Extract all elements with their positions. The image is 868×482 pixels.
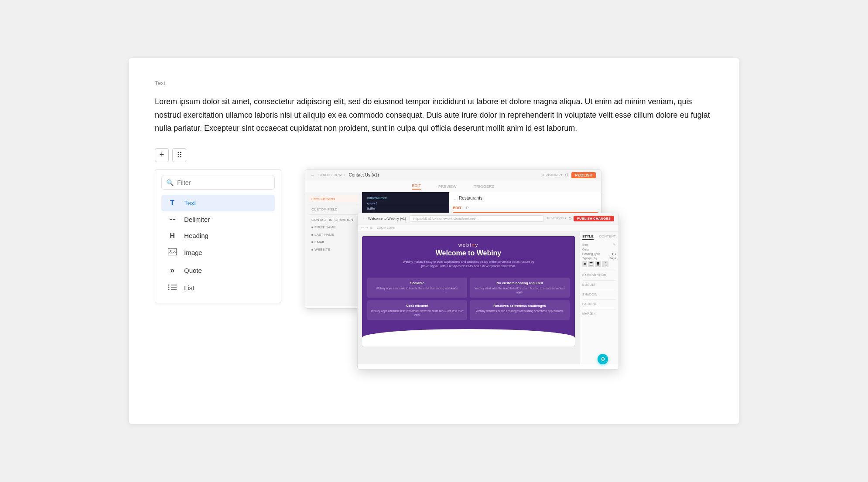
align-left[interactable]: ≡ xyxy=(582,261,587,267)
settings-icon: ⚙ xyxy=(565,173,569,177)
align-justify[interactable]: ⋮ xyxy=(602,261,608,267)
panel-heading-type-row: Heading Type H1 xyxy=(582,252,616,255)
align-right[interactable]: ≣ xyxy=(595,261,601,267)
ss-back-sidebar: Form Elements CUSTOM FIELD CONTACT INFOR… xyxy=(305,192,362,306)
back-arrow-restaurants: ← xyxy=(453,197,456,201)
menu-item-heading-label: Heading xyxy=(184,232,208,239)
sidebar-email[interactable]: ■ EMAIL xyxy=(309,239,358,245)
sidebar-custom-field[interactable]: CUSTOM FIELD xyxy=(309,206,358,213)
panel-margin-label: Margin xyxy=(582,312,616,315)
code-row-2: query { xyxy=(366,201,446,206)
tab-edit[interactable]: EDIT xyxy=(412,183,421,190)
restaurants-title: Restaurants xyxy=(459,196,482,200)
toolbar-undo[interactable]: ↩ xyxy=(361,226,364,230)
webiny-card-serverless-title: Resolves serverless challenges xyxy=(473,304,566,308)
panel-typography-row: Typography Sans xyxy=(582,257,616,260)
ss-front-url: https://d1a1foxframework.cloudfront.net/… xyxy=(410,215,544,222)
webiny-card-cost: Cost efficient Webiny apps consume less … xyxy=(367,300,467,320)
sidebar-form-elements[interactable]: Form Elements xyxy=(309,196,358,202)
edit-tab[interactable]: EDIT xyxy=(453,206,462,210)
list-icon xyxy=(167,284,178,292)
sidebar-contact-info[interactable]: CONTACT INFORMATION xyxy=(309,217,358,223)
ss-front-revisions: REVISIONS ▾ xyxy=(547,217,567,220)
ss-front-title: Welcome to Webiny (v1) xyxy=(368,217,406,221)
body-text: Lorem ipsum dolor sit amet, consectetur … xyxy=(155,95,713,135)
menu-item-text-label: Text xyxy=(184,199,196,207)
panel-color-label: Color xyxy=(582,248,589,251)
menu-item-image[interactable]: Image xyxy=(161,244,275,261)
filter-input[interactable] xyxy=(177,179,270,186)
add-icon: + xyxy=(160,150,164,160)
webiny-card-hosting: No custom hosting required Webiny elimin… xyxy=(470,278,570,298)
search-row[interactable]: 🔍 xyxy=(161,176,275,190)
preview-tab-right[interactable]: P xyxy=(466,206,469,210)
ss-front-settings: ⚙ xyxy=(568,216,572,221)
sidebar-first-name[interactable]: ■ FIRST NAME xyxy=(309,224,358,231)
add-block-button[interactable]: + xyxy=(155,148,169,162)
revisions-label: REVISIONS ▾ xyxy=(541,173,563,177)
ss-back-title: Contact Us (v1) xyxy=(349,173,379,177)
toolbar-zoom: ZOOM 100% xyxy=(377,226,395,229)
menu-item-list[interactable]: List xyxy=(161,279,275,297)
sidebar-last-name[interactable]: ■ LAST NAME xyxy=(309,231,358,238)
webiny-logo: webiny xyxy=(371,242,566,248)
panel-size-label: Size xyxy=(582,243,588,246)
drag-handle-button[interactable]: ⠿ xyxy=(172,148,186,162)
panel-typography-label: Typography xyxy=(582,257,597,260)
panel-shadow-section: Shadow xyxy=(582,293,616,296)
ss-front-header: ← Welcome to Webiny (v1) https://d1a1fox… xyxy=(358,213,619,224)
panel-border-section: Border xyxy=(582,283,616,286)
webiny-grid: Scalable Webiny apps can scale to handle… xyxy=(362,278,575,326)
tab-triggers[interactable]: TRIGGERS xyxy=(474,184,495,189)
panel-size-row: Size ✎ xyxy=(582,243,616,247)
screenshot-front: ← Welcome to Webiny (v1) https://d1a1fox… xyxy=(357,213,619,370)
menu-item-text[interactable]: T Text xyxy=(161,195,275,211)
menu-item-heading[interactable]: H Heading xyxy=(161,227,275,244)
svg-rect-0 xyxy=(168,248,177,255)
panel-heading-type-label: Heading Type xyxy=(582,252,600,255)
publish-badge[interactable]: PUBLISH xyxy=(571,172,596,178)
edit-icon[interactable]: ✎ xyxy=(613,243,616,247)
panel-bg-label: Background xyxy=(582,274,616,277)
webiny-preview: webiny Welcome to Webiny Webiny makes it… xyxy=(362,236,575,346)
ss-front-publish[interactable]: PUBLISH CHANGES xyxy=(574,216,614,221)
toolbar-redo[interactable]: ↪ xyxy=(366,226,368,230)
panel-padding-label: Padding xyxy=(582,302,616,305)
panel-color-row: Color xyxy=(582,248,616,251)
panel-divider-4 xyxy=(582,299,616,300)
webiny-card-hosting-text: Webiny eliminates the need to build cust… xyxy=(473,286,566,294)
content-tab[interactable]: CONTENT xyxy=(599,234,616,240)
fab-button[interactable]: ⊕ xyxy=(598,354,608,364)
panel-heading-type-value: H1 xyxy=(612,252,616,255)
menu-item-list-label: List xyxy=(184,284,194,292)
ss-back-status: STATUS: DRAFT xyxy=(318,173,345,177)
toolbar-grid[interactable]: ⊞ xyxy=(370,226,372,230)
image-icon xyxy=(167,248,178,257)
panel-divider-1 xyxy=(582,271,616,271)
align-center[interactable]: ☰ xyxy=(588,261,594,267)
heading-icon: H xyxy=(167,232,178,240)
sidebar-website[interactable]: ■ WEBSITE xyxy=(309,246,358,253)
webiny-card-scalable-text: Webiny apps can scale to handle the most… xyxy=(371,286,464,290)
ss-front-canvas[interactable]: webiny Welcome to Webiny Webiny makes it… xyxy=(358,232,579,364)
filter-panel: 🔍 T Text – – Delimiter H Heading Image xyxy=(155,169,281,303)
webiny-header: webiny Welcome to Webiny Webiny makes it… xyxy=(362,236,575,278)
tab-preview[interactable]: PREVIEW xyxy=(438,184,457,189)
menu-item-delimiter-label: Delimiter xyxy=(184,216,210,223)
style-tab[interactable]: STYLE xyxy=(582,234,594,240)
webiny-desc: Webiny makes it easy to build applicatio… xyxy=(399,260,538,269)
ss-front-toolbar: ↩ ↪ ⊞ ZOOM 100% xyxy=(358,224,619,232)
webiny-card-hosting-title: No custom hosting required xyxy=(473,281,566,285)
webiny-card-serverless: Resolves serverless challenges Webiny re… xyxy=(470,300,570,320)
drag-icon: ⠿ xyxy=(177,150,182,160)
menu-item-delimiter[interactable]: – – Delimiter xyxy=(161,211,275,227)
code-row-3: listRe xyxy=(366,206,446,211)
webiny-card-cost-text: Webiny apps consume less infrastructure … xyxy=(371,309,464,317)
panel-text-section: Size ✎ Color Heading Type H1 xyxy=(582,243,616,267)
panel-alignment: ≡ ☰ ≣ ⋮ xyxy=(582,261,616,267)
search-icon: 🔍 xyxy=(166,179,174,186)
webiny-card-cost-title: Cost efficient xyxy=(371,304,464,308)
text-icon: T xyxy=(167,199,178,207)
panel-border-label: Border xyxy=(582,283,616,286)
menu-item-quote[interactable]: » Quote xyxy=(161,261,275,279)
